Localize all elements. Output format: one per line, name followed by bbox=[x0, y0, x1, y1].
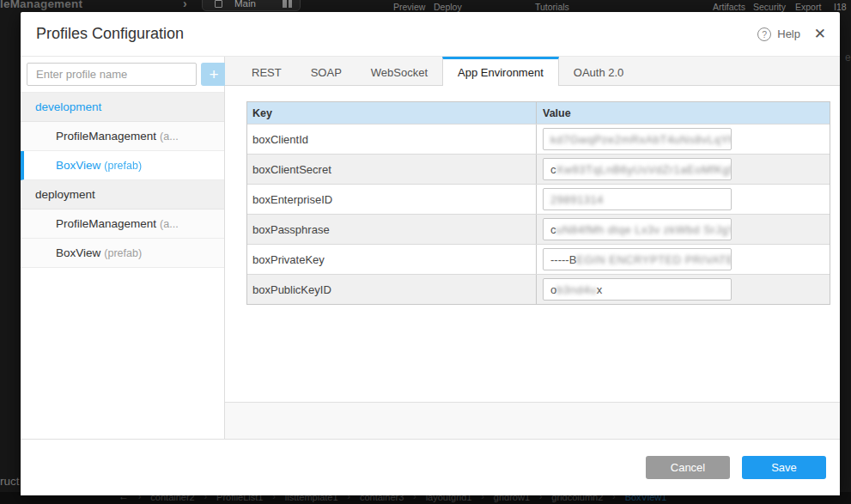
page-icon bbox=[215, 0, 222, 8]
env-key-label: boxClientSecret bbox=[247, 155, 536, 184]
add-profile-button[interactable]: + bbox=[201, 63, 227, 86]
close-icon[interactable]: ✕ bbox=[814, 12, 826, 56]
profile-item-boxview-selected[interactable]: BoxView (prefab) bbox=[21, 151, 224, 180]
profile-group-development[interactable]: development bbox=[21, 93, 224, 122]
save-button[interactable]: Save bbox=[742, 456, 826, 479]
table-row: boxClientId kd7GwqPze2mRxAbT4uNs8vLqYh0j bbox=[247, 124, 830, 154]
profile-create-row: + bbox=[21, 57, 224, 93]
nav-item-export[interactable]: Export bbox=[795, 2, 821, 12]
service-tabbar: REST SOAP WebSocket App Environment OAut… bbox=[225, 57, 840, 86]
dialog-title: Profiles Configuration bbox=[36, 25, 184, 43]
profile-item-label: ProfileManagement bbox=[56, 217, 156, 230]
profile-item-suffix: (a... bbox=[160, 131, 179, 143]
app-environment-panel: Key Value boxClientId kd7GwqPze2mRxAbT4u… bbox=[225, 86, 840, 402]
env-key-value-table: Key Value boxClientId kd7GwqPze2mRxAbT4u… bbox=[246, 101, 830, 305]
nav-item-security[interactable]: Security bbox=[753, 2, 786, 12]
value-input[interactable]: cuN84fMh dtqe Lx3v zkWbd SrJgY0p bbox=[543, 218, 732, 240]
profile-item-suffix: (a... bbox=[160, 218, 179, 230]
main-page-chip[interactable]: Main bbox=[202, 0, 301, 11]
profile-group-deployment[interactable]: deployment bbox=[21, 180, 224, 209]
dialog-footer: Cancel Save bbox=[21, 439, 840, 495]
tab-app-environment[interactable]: App Environment bbox=[442, 57, 559, 86]
chevron-right-icon: › bbox=[183, 0, 187, 10]
project-name-fragment: leManagement bbox=[0, 0, 82, 10]
tab-rest[interactable]: REST bbox=[237, 57, 296, 85]
value-input[interactable]: ob3nd4ux bbox=[543, 278, 732, 301]
help-label: Help bbox=[777, 27, 800, 40]
structure-panel-fragment: ruct bbox=[0, 475, 20, 488]
tab-oauth[interactable]: OAuth 2.0 bbox=[559, 57, 639, 85]
value-clear-text: o bbox=[550, 283, 556, 296]
profile-item-label: BoxView bbox=[56, 246, 100, 259]
value-clear-text: x bbox=[597, 283, 603, 296]
nav-item-artifacts[interactable]: Artifacts bbox=[713, 2, 745, 12]
profile-item-label: BoxView bbox=[56, 159, 100, 172]
value-redacted-text: b3nd4u bbox=[556, 283, 596, 296]
profiles-sidebar: + development ProfileManagement (a... Bo… bbox=[21, 57, 225, 439]
table-row: boxPrivateKey -----BEGIN ENCRYPTED PRIVA… bbox=[247, 244, 830, 274]
table-row: boxPassphrase cuN84fMh dtqe Lx3v zkWbd S… bbox=[247, 214, 830, 244]
dialog-header: Profiles Configuration ? Help ✕ bbox=[21, 12, 840, 57]
env-key-label: boxPassphrase bbox=[247, 215, 536, 244]
nav-item-deploy[interactable]: Deploy bbox=[434, 2, 462, 12]
profile-item-label: ProfileManagement bbox=[56, 130, 156, 143]
profile-name-input[interactable] bbox=[27, 63, 197, 86]
profile-item-boxview[interactable]: BoxView (prefab) bbox=[21, 239, 224, 268]
profile-detail-panel: REST SOAP WebSocket App Environment OAut… bbox=[225, 57, 840, 439]
value-input[interactable]: kd7GwqPze2mRxAbT4uNs8vLqYh0j bbox=[543, 128, 732, 150]
tab-soap[interactable]: SOAP bbox=[296, 57, 356, 85]
env-key-label: boxClientId bbox=[247, 124, 536, 154]
panel-footer-strip bbox=[225, 402, 840, 439]
background-top-nav: leManagement › Main Preview Deploy Tutor… bbox=[0, 0, 851, 12]
value-redacted-text: 29891314 bbox=[550, 193, 604, 206]
nav-item-i18n[interactable]: I18 bbox=[834, 2, 847, 12]
profile-list: development ProfileManagement (a... BoxV… bbox=[21, 93, 224, 439]
profile-item-suffix: (prefab) bbox=[104, 247, 142, 259]
table-row: boxEnterpriseID 29891314 bbox=[247, 184, 830, 214]
table-header-row: Key Value bbox=[247, 102, 830, 124]
profiles-configuration-dialog: Profiles Configuration ? Help ✕ + develo… bbox=[21, 12, 840, 495]
env-key-label: boxEnterpriseID bbox=[247, 185, 536, 214]
cancel-button[interactable]: Cancel bbox=[646, 456, 730, 479]
profile-item-profilemanagement[interactable]: ProfileManagement (a... bbox=[21, 209, 224, 239]
value-input[interactable]: cXw93TqLnB6yUsVdZr1aEoMfKg52pHt bbox=[543, 158, 732, 180]
column-header-value: Value bbox=[536, 102, 830, 124]
value-redacted-text: Xw93TqLnB6yUsVdZr1aEoMfKg52pHt bbox=[556, 163, 732, 176]
main-page-label: Main bbox=[234, 0, 256, 9]
env-key-label: boxPublicKeyID bbox=[247, 275, 536, 304]
table-row: boxClientSecret cXw93TqLnB6yUsVdZr1aEoMf… bbox=[247, 154, 830, 184]
tab-websocket[interactable]: WebSocket bbox=[356, 57, 442, 85]
help-button[interactable]: ? Help bbox=[757, 12, 800, 56]
value-redacted-text: EGIN ENCRYPTED PRIVATE KE bbox=[576, 253, 732, 266]
background-text-fragment: e bbox=[845, 52, 851, 64]
help-icon: ? bbox=[757, 27, 771, 41]
nav-item-tutorials[interactable]: Tutorials bbox=[535, 2, 569, 12]
value-clear-text: -----B bbox=[550, 253, 576, 266]
columns-icon bbox=[283, 0, 292, 8]
value-redacted-text: kd7GwqPze2mRxAbT4uNs8vLqYh0j bbox=[550, 133, 732, 146]
table-row: boxPublicKeyID ob3nd4ux bbox=[247, 274, 830, 304]
value-input[interactable]: 29891314 bbox=[543, 188, 732, 210]
column-header-key: Key bbox=[247, 102, 536, 124]
nav-item-preview[interactable]: Preview bbox=[393, 2, 425, 12]
profile-item-profilemanagement[interactable]: ProfileManagement (a... bbox=[21, 122, 224, 151]
profile-item-suffix: (prefab) bbox=[104, 160, 142, 172]
value-redacted-text: uN84fMh dtqe Lx3v zkWbd SrJgY0p bbox=[556, 223, 732, 236]
value-input[interactable]: -----BEGIN ENCRYPTED PRIVATE KEY-----\ bbox=[543, 248, 732, 270]
env-key-label: boxPrivateKey bbox=[247, 245, 536, 274]
